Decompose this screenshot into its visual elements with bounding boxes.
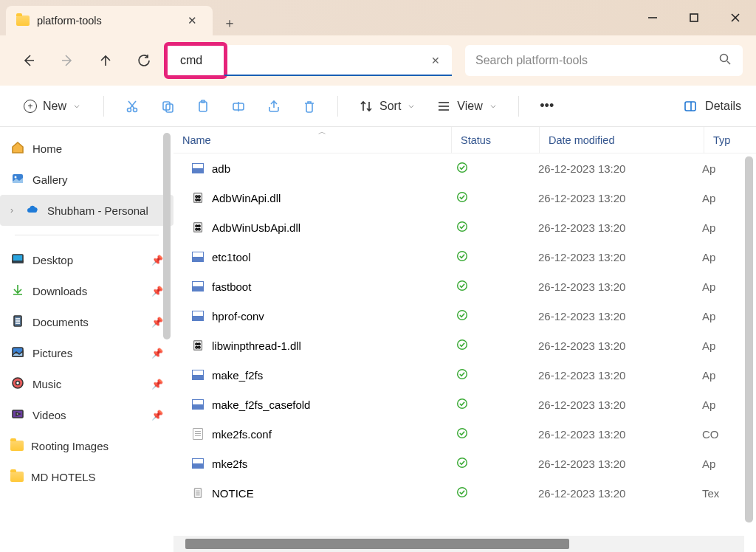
sort-indicator-icon: ︿ bbox=[318, 127, 326, 137]
pin-icon: 📌 bbox=[151, 348, 163, 359]
sidebar-item-documents[interactable]: Documents📌 bbox=[0, 306, 173, 337]
sidebar-label: Rooting Images bbox=[31, 440, 109, 452]
search-icon[interactable] bbox=[718, 52, 732, 69]
up-button[interactable] bbox=[90, 45, 121, 76]
svg-point-54 bbox=[458, 339, 467, 349]
sidebar-label: MD HOTELS bbox=[31, 471, 96, 483]
file-row[interactable]: etc1tool26-12-2023 13:20Ap bbox=[173, 242, 756, 272]
file-name: make_f2fs bbox=[212, 369, 263, 382]
pin-icon: 📌 bbox=[151, 255, 163, 266]
new-button[interactable]: + New bbox=[15, 96, 90, 117]
details-pane-button[interactable]: Details bbox=[683, 99, 741, 114]
sidebar-item-pictures[interactable]: Pictures📌 bbox=[0, 337, 173, 368]
sidebar-item-desktop[interactable]: Desktop📌 bbox=[0, 244, 173, 275]
more-button[interactable]: ••• bbox=[532, 92, 562, 121]
sidebar-label: Gallery bbox=[32, 173, 68, 186]
column-header-date[interactable]: Date modified bbox=[540, 134, 704, 146]
details-label: Details bbox=[705, 100, 741, 113]
file-row[interactable]: make_f2fs26-12-2023 13:20Ap bbox=[173, 360, 756, 390]
file-list[interactable]: adb26-12-2023 13:20ApAdbWinApi.dll26-12-… bbox=[173, 153, 756, 536]
sidebar-label: Videos bbox=[32, 409, 66, 421]
svg-rect-40 bbox=[194, 223, 202, 232]
horizontal-scrollbar[interactable] bbox=[173, 536, 744, 552]
column-header-status[interactable]: Status bbox=[452, 134, 539, 146]
file-row[interactable]: libwinpthread-1.dll26-12-2023 13:20Ap bbox=[173, 331, 756, 360]
svg-rect-12 bbox=[199, 102, 207, 111]
close-window-button[interactable] bbox=[715, 0, 756, 35]
sidebar-item-music[interactable]: Music📌 bbox=[0, 368, 173, 399]
file-row[interactable]: NOTICE26-12-2023 13:20Tex bbox=[173, 478, 756, 508]
sync-status-icon bbox=[456, 249, 469, 265]
music-icon bbox=[10, 376, 25, 393]
rename-button[interactable] bbox=[224, 92, 253, 121]
close-tab-button[interactable]: ✕ bbox=[182, 10, 202, 31]
sidebar-label: Documents bbox=[32, 316, 89, 328]
cut-button[interactable] bbox=[117, 92, 147, 121]
copy-button[interactable] bbox=[153, 92, 182, 121]
scrollbar-thumb[interactable] bbox=[185, 539, 569, 549]
video-icon bbox=[10, 407, 25, 424]
svg-point-55 bbox=[458, 369, 467, 379]
share-button[interactable] bbox=[259, 92, 289, 121]
sort-button[interactable]: Sort bbox=[351, 95, 423, 117]
svg-point-63 bbox=[458, 487, 467, 497]
file-row[interactable]: hprof-conv26-12-2023 13:20Ap bbox=[173, 301, 756, 331]
file-row[interactable]: mke2fs26-12-2023 13:20Ap bbox=[173, 449, 756, 478]
sidebar-item-gallery[interactable]: Gallery bbox=[0, 164, 173, 195]
pin-icon: 📌 bbox=[151, 410, 163, 421]
file-row[interactable]: adb26-12-2023 13:20Ap bbox=[173, 153, 756, 183]
search-bar[interactable] bbox=[465, 45, 743, 76]
sidebar-item-home[interactable]: Home bbox=[0, 133, 173, 164]
sync-status-icon bbox=[456, 220, 469, 235]
window-tab[interactable]: platform-tools ✕ bbox=[6, 6, 213, 35]
column-header-name[interactable]: Name bbox=[173, 134, 451, 146]
file-row[interactable]: fastboot26-12-2023 13:20Ap bbox=[173, 272, 756, 301]
back-button[interactable] bbox=[13, 45, 44, 76]
column-header-type[interactable]: Typ bbox=[704, 134, 756, 146]
sidebar-label: Desktop bbox=[32, 254, 73, 266]
svg-point-41 bbox=[196, 225, 198, 227]
sidebar-item-onedrive[interactable]: › Shubham - Personal bbox=[0, 195, 173, 226]
sync-status-icon bbox=[456, 338, 469, 353]
clear-address-button[interactable]: ✕ bbox=[422, 47, 449, 74]
sidebar-item-folder[interactable]: MD HOTELS bbox=[0, 461, 173, 492]
new-label: New bbox=[43, 100, 66, 113]
file-row[interactable]: mke2fs.conf26-12-2023 13:20CO bbox=[173, 419, 756, 449]
sidebar-label: Shubham - Personal bbox=[47, 204, 148, 217]
sync-status-icon bbox=[456, 308, 469, 324]
file-name: mke2fs.conf bbox=[212, 428, 272, 441]
view-button[interactable]: View bbox=[429, 95, 504, 117]
svg-point-31 bbox=[16, 381, 20, 384]
file-name: etc1tool bbox=[212, 251, 251, 263]
file-row[interactable]: AdbWinUsbApi.dll26-12-2023 13:20Ap bbox=[173, 213, 756, 242]
sidebar-scrollbar[interactable] bbox=[163, 133, 171, 339]
forward-button[interactable] bbox=[52, 45, 83, 76]
file-date: 26-12-2023 13:20 bbox=[538, 428, 702, 441]
paste-button[interactable] bbox=[188, 92, 218, 121]
minimize-button[interactable] bbox=[632, 0, 673, 35]
delete-button[interactable] bbox=[295, 92, 324, 121]
file-name: hprof-conv bbox=[212, 310, 264, 322]
address-bar[interactable]: ✕ bbox=[167, 45, 452, 76]
new-tab-button[interactable]: ＋ bbox=[217, 10, 242, 35]
file-name: make_f2fs_casefold bbox=[212, 399, 310, 411]
svg-point-43 bbox=[196, 228, 198, 230]
address-input[interactable] bbox=[170, 54, 422, 67]
svg-point-48 bbox=[458, 310, 467, 320]
file-row[interactable]: make_f2fs_casefold26-12-2023 13:20Ap bbox=[173, 390, 756, 419]
file-row[interactable]: AdbWinApi.dll26-12-2023 13:20Ap bbox=[173, 183, 756, 213]
navigation-pane: Home Gallery › Shubham - Personal Deskto… bbox=[0, 127, 173, 552]
refresh-button[interactable] bbox=[128, 45, 159, 76]
search-input[interactable] bbox=[475, 54, 718, 67]
cloud-icon bbox=[25, 202, 40, 219]
svg-point-51 bbox=[198, 343, 200, 345]
file-name: libwinpthread-1.dll bbox=[212, 339, 301, 352]
pin-icon: 📌 bbox=[151, 286, 163, 297]
vertical-scrollbar[interactable] bbox=[745, 156, 753, 522]
sidebar-item-folder[interactable]: Rooting Images bbox=[0, 430, 173, 461]
sidebar-item-downloads[interactable]: Downloads📌 bbox=[0, 275, 173, 306]
sidebar-item-videos[interactable]: Videos📌 bbox=[0, 399, 173, 430]
svg-point-35 bbox=[196, 196, 198, 198]
desktop-icon bbox=[10, 252, 25, 269]
maximize-button[interactable] bbox=[673, 0, 715, 35]
